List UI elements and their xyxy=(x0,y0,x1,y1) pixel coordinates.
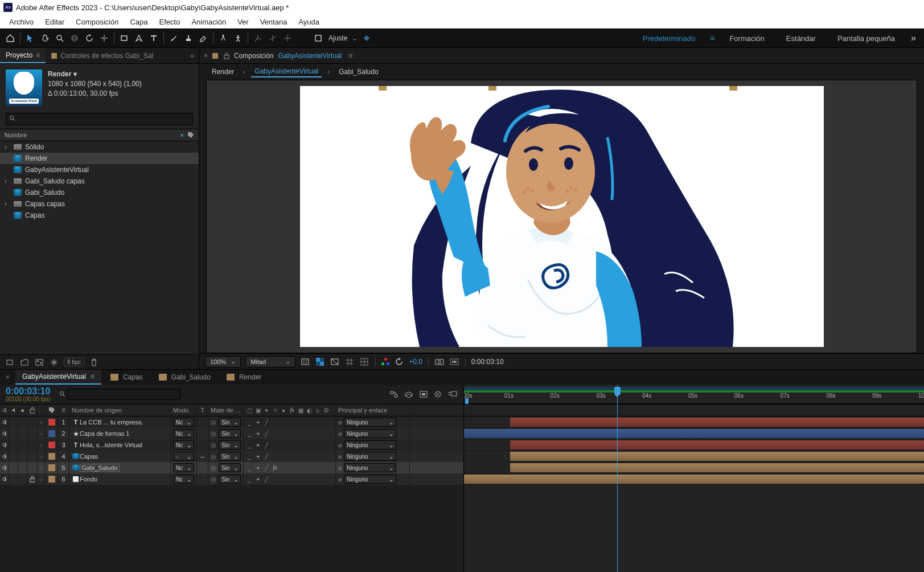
project-item[interactable]: ›Sólido xyxy=(0,141,199,153)
menu-item-archivo[interactable]: Archivo xyxy=(3,17,39,27)
blend-mode-dropdown[interactable]: Nc⌄ xyxy=(171,473,197,485)
exposure-value[interactable]: +0,0 xyxy=(409,358,422,366)
project-tab[interactable]: Proyecto≡ xyxy=(0,48,46,63)
show-snapshot-icon[interactable] xyxy=(449,357,459,367)
solo-toggle[interactable] xyxy=(18,462,27,473)
column-parent[interactable]: Principal y enlace xyxy=(336,405,410,416)
view-axis-icon[interactable] xyxy=(281,31,294,45)
timeline-search-input[interactable] xyxy=(67,389,180,400)
solo-toggle[interactable] xyxy=(18,416,27,428)
project-item[interactable]: Render xyxy=(0,153,199,164)
asset-name[interactable]: Render ▾ xyxy=(48,70,142,79)
lock-toggle[interactable] xyxy=(27,473,38,485)
track-matte-dropdown[interactable]: ◎Sin⌄ xyxy=(208,416,244,428)
label-swatch[interactable] xyxy=(46,462,58,473)
layer-bar[interactable] xyxy=(510,463,924,472)
panel-close-icon[interactable]: × xyxy=(199,52,212,60)
layer-switches[interactable]: ⎯✦╱ xyxy=(244,473,336,485)
puppet-tool[interactable] xyxy=(231,31,245,45)
chevron-right-icon[interactable]: › xyxy=(327,68,330,76)
timeline-tab[interactable]: Capas xyxy=(104,370,150,385)
clone-tool[interactable] xyxy=(182,31,195,45)
label-swatch[interactable] xyxy=(46,428,58,439)
sort-icon[interactable]: ▾ xyxy=(180,132,184,139)
menu-item-composición[interactable]: Composición xyxy=(70,17,124,27)
viewer-timecode[interactable]: 0:00:03:10 xyxy=(471,358,504,366)
layer-bar[interactable] xyxy=(510,452,924,461)
track-row[interactable] xyxy=(464,416,924,428)
project-item[interactable]: Capas xyxy=(0,210,199,221)
guides-icon[interactable] xyxy=(344,357,355,367)
solo-toggle[interactable] xyxy=(18,451,27,462)
snapshot-icon[interactable] xyxy=(434,357,445,367)
lock-toggle[interactable] xyxy=(27,462,38,473)
selection-tool[interactable] xyxy=(23,31,37,45)
roi-icon[interactable] xyxy=(300,357,310,367)
eraser-tool[interactable] xyxy=(196,31,210,45)
column-name[interactable]: Nombre de origen xyxy=(69,405,171,416)
panel-close-icon[interactable]: × xyxy=(2,373,13,381)
snap-caret[interactable]: ⌄ xyxy=(351,34,359,42)
layer-name-cell[interactable]: T Hola, s...istente Virtual xyxy=(69,439,171,451)
label-swatch[interactable] xyxy=(46,439,58,451)
visibility-toggle[interactable] xyxy=(0,451,9,462)
layer-row[interactable]: ›2★ Capa de formas 1Nc⌄◎Sin⌄⎯✦╱⌀ Ninguno… xyxy=(0,428,463,439)
panel-menu-icon[interactable]: ≡ xyxy=(36,51,40,59)
layer-row[interactable]: ›1T La CCB ... tu empresa.Nc⌄◎Sin⌄⎯✦╱⌀ N… xyxy=(0,416,463,428)
work-area-start[interactable] xyxy=(465,398,469,404)
twisty-icon[interactable]: › xyxy=(38,451,46,462)
channel-icon[interactable] xyxy=(381,358,389,366)
twisty-icon[interactable]: › xyxy=(5,143,10,151)
track-matte-dropdown[interactable]: ◎Sin⌄ xyxy=(208,473,244,485)
anchor-tool[interactable] xyxy=(97,31,111,45)
label-filter-icon[interactable] xyxy=(187,132,194,138)
blend-mode-dropdown[interactable]: Nc⌄ xyxy=(171,428,197,439)
menu-item-ventana[interactable]: Ventana xyxy=(254,17,293,27)
preserve-transparency[interactable] xyxy=(197,428,208,439)
blend-mode-dropdown[interactable]: Nc⌄ xyxy=(171,416,197,428)
track-matte-dropdown[interactable]: ◎Sin⌄ xyxy=(208,439,244,451)
grid-icon[interactable] xyxy=(359,357,369,367)
layer-name-cell[interactable]: Gabi_Saludo xyxy=(69,462,171,473)
audio-toggle[interactable] xyxy=(9,473,18,485)
brush-tool[interactable] xyxy=(167,31,180,45)
reset-exposure-icon[interactable] xyxy=(394,357,404,367)
new-comp-icon[interactable] xyxy=(34,357,44,367)
audio-toggle[interactable] xyxy=(9,416,18,428)
twisty-icon[interactable]: › xyxy=(5,177,10,185)
twisty-icon[interactable]: › xyxy=(5,200,10,208)
preserve-transparency[interactable] xyxy=(197,473,208,485)
workspace-menu-icon[interactable]: ≡ xyxy=(707,34,718,43)
twisty-icon[interactable]: › xyxy=(38,462,46,473)
parent-dropdown[interactable]: ⌀ Ninguno⌄ xyxy=(336,416,410,428)
visibility-toggle[interactable] xyxy=(0,462,9,473)
snap-to-point-icon[interactable] xyxy=(360,31,373,45)
solo-toggle[interactable] xyxy=(18,439,27,451)
project-item[interactable]: ›Capas capas xyxy=(0,198,199,210)
canvas[interactable] xyxy=(300,86,824,347)
preserve-transparency[interactable] xyxy=(197,439,208,451)
column-mode[interactable]: Modo xyxy=(171,405,197,416)
label-swatch[interactable] xyxy=(46,451,58,462)
timeline-tab[interactable]: Render xyxy=(220,370,268,385)
pen-tool[interactable] xyxy=(132,31,146,45)
interpret-footage-icon[interactable] xyxy=(5,357,15,367)
twisty-icon[interactable]: › xyxy=(38,428,46,439)
lock-toggle[interactable] xyxy=(27,416,38,428)
workspace-overflow-icon[interactable]: » xyxy=(906,33,921,43)
rect-tool[interactable] xyxy=(117,31,131,45)
transparency-grid-icon[interactable] xyxy=(315,357,325,367)
visibility-toggle[interactable] xyxy=(0,416,9,428)
preserve-transparency[interactable]: – xyxy=(197,451,208,462)
timeline-tab[interactable]: Gabi_Saludo xyxy=(152,370,217,385)
twisty-icon[interactable]: › xyxy=(38,473,46,485)
preserve-transparency[interactable] xyxy=(197,416,208,428)
solo-toggle[interactable] xyxy=(18,473,27,485)
resolution-dropdown[interactable]: Mitad⌄ xyxy=(245,356,295,367)
layer-switches[interactable]: ⎯✦╱ xyxy=(244,451,336,462)
zoom-tool[interactable] xyxy=(53,31,67,45)
parent-dropdown[interactable]: ⌀ Ninguno⌄ xyxy=(336,451,410,462)
comp-mini-flowchart-icon[interactable] xyxy=(389,390,399,398)
label-swatch[interactable] xyxy=(46,416,58,428)
workspace-3[interactable]: Pantalla pequeña xyxy=(827,34,905,43)
